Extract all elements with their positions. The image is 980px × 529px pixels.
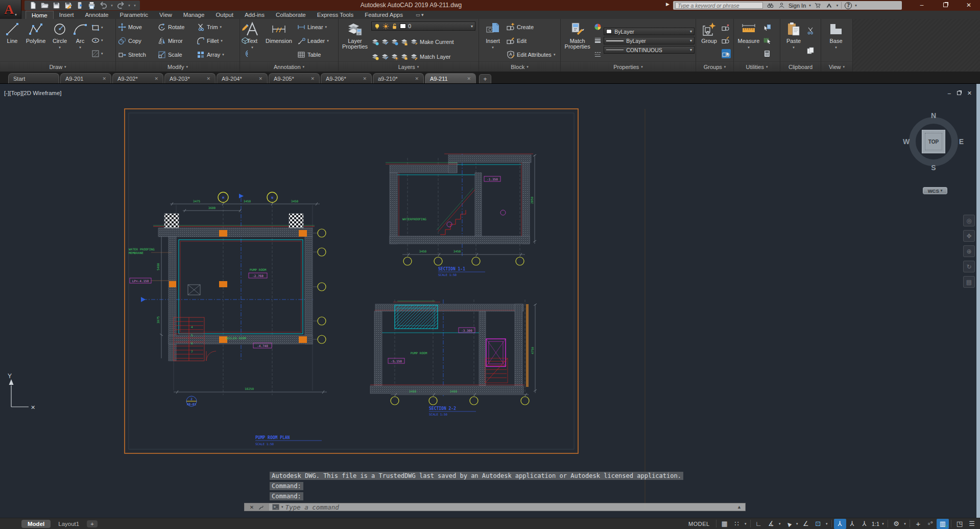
group-selection-toggle[interactable] (722, 49, 731, 58)
group-edit-button[interactable] (722, 36, 731, 44)
redo-dropdown[interactable]: ▾ (127, 4, 132, 8)
workspace-switching-gear[interactable]: ⚙ (890, 519, 902, 529)
grid-toggle[interactable]: ▦ (719, 519, 731, 529)
rectangle-button[interactable]: ▾ (91, 24, 103, 32)
clean-screen-button[interactable]: ◳ (953, 519, 966, 529)
rotate-button[interactable]: Rotate (158, 20, 197, 34)
quick-select-button[interactable] (763, 24, 771, 32)
tab-featured-apps[interactable]: Featured Apps (359, 11, 409, 19)
make-current-button[interactable]: Make Current (420, 39, 454, 45)
autodesk-account-icon[interactable] (825, 2, 833, 10)
tab-output[interactable]: Output (210, 11, 239, 19)
ungroup-button[interactable] (722, 24, 731, 32)
copy-button[interactable]: Copy (118, 34, 158, 48)
viewcube-north[interactable]: N (931, 111, 936, 120)
viewcube-east[interactable]: E (959, 137, 964, 146)
save-as-button[interactable] (62, 1, 74, 10)
color-wheel-icon[interactable] (594, 23, 602, 31)
panel-label-draw[interactable]: Draw▾ (0, 61, 115, 72)
close-icon[interactable]: ✕ (310, 76, 315, 81)
layer-properties-button[interactable]: LayerProperties (341, 20, 369, 61)
transfer-button[interactable] (74, 1, 85, 10)
new-layout-button[interactable]: + (87, 520, 97, 527)
new-file-button[interactable] (27, 1, 38, 10)
app-store-icon[interactable] (814, 2, 822, 10)
snap-toggle[interactable]: ∷ (731, 519, 743, 529)
viewport-controls[interactable]: [-][Top][2D Wireframe] (4, 90, 61, 96)
close-icon[interactable]: ✕ (154, 76, 158, 81)
restore-button[interactable] (940, 0, 950, 11)
linear-button[interactable]: Linear▾ (297, 20, 329, 34)
lineweight-icon[interactable] (594, 37, 602, 44)
linetype-combo[interactable]: CONTINUOUS▾ (604, 46, 695, 54)
line-button[interactable]: Line (2, 20, 22, 61)
panel-label-utilities[interactable]: Utilities▾ (734, 61, 780, 72)
annotation-scale-value[interactable]: 1:1 (871, 521, 880, 527)
file-tab[interactable]: A9-202*✕ (112, 73, 163, 83)
layer-edit-tool-icon[interactable] (381, 38, 389, 45)
ribbon-display-toggle[interactable]: ▭ ▾ (413, 11, 427, 19)
fillet-button[interactable]: Fillet▾ (197, 34, 240, 48)
group-button[interactable]: Group (698, 20, 720, 61)
mirror-button[interactable]: Mirror (158, 34, 197, 48)
ellipse-button[interactable]: ▾ (91, 36, 103, 44)
viewport-close-button[interactable]: ✕ (967, 90, 972, 97)
close-icon[interactable]: ✕ (258, 76, 262, 81)
orbit-icon[interactable]: ↻ (963, 261, 975, 272)
viewcube-top-face[interactable]: TOP (922, 130, 945, 153)
application-menu-button[interactable]: A▾ (0, 0, 21, 19)
model-tab[interactable]: Model (21, 520, 51, 528)
close-icon[interactable]: ✕ (467, 76, 471, 81)
base-button[interactable]: Base▾ (823, 20, 849, 61)
match-properties-button[interactable]: MatchProperties (563, 20, 592, 61)
layer-lock-tool-icon[interactable] (400, 38, 408, 45)
tab-add-ins[interactable]: Add-ins (239, 11, 270, 19)
stretch-button[interactable]: Stretch (118, 48, 158, 61)
close-icon[interactable]: ✕ (102, 76, 106, 81)
autodesk-dropdown[interactable]: ▾ (836, 4, 839, 8)
circle-button[interactable]: Circle▾ (49, 20, 70, 61)
file-tab[interactable]: A9-205*✕ (269, 73, 320, 83)
paste-button[interactable]: Paste▾ (782, 20, 805, 61)
showmotion-icon[interactable]: ▤ (963, 276, 975, 288)
table-button[interactable]: Table (297, 48, 329, 61)
sign-in-button[interactable]: Sign In (788, 3, 806, 9)
layer-freeze-tool-icon[interactable] (371, 38, 379, 45)
search-icon[interactable] (766, 2, 774, 10)
ortho-toggle[interactable]: ∟ (753, 519, 765, 529)
file-tab[interactable]: A9-204*✕ (217, 73, 268, 83)
linetype-icon[interactable] (594, 51, 602, 58)
object-snap-toggle[interactable]: ⊡ (812, 519, 824, 529)
panel-label-clipboard[interactable]: Clipboard (780, 61, 821, 72)
customization-menu-button[interactable]: ☰ (966, 519, 978, 529)
panel-label-groups[interactable]: Groups▾ (696, 61, 733, 72)
file-tab-start[interactable]: Start (8, 73, 59, 83)
arc-button[interactable]: Arc▾ (70, 20, 90, 61)
viewport-minimize-button[interactable]: – (948, 90, 951, 97)
panel-label-layers[interactable]: Layers▾ (339, 61, 479, 72)
tab-view[interactable]: View (154, 11, 178, 19)
redo-button[interactable] (115, 1, 126, 10)
pan-icon[interactable]: ✥ (963, 230, 975, 242)
close-icon[interactable]: ✕ (250, 504, 254, 510)
make-current-icon[interactable] (410, 38, 418, 45)
object-color-combo[interactable]: ByLayer▾ (604, 28, 695, 35)
close-icon[interactable]: ✕ (363, 76, 367, 81)
leader-button[interactable]: Leader▾ (297, 34, 329, 48)
close-icon[interactable]: ✕ (206, 76, 210, 81)
close-button[interactable]: ✕ (964, 0, 974, 11)
search-input[interactable] (675, 2, 763, 9)
model-space-button[interactable]: MODEL (684, 521, 714, 527)
help-button[interactable]: ? (845, 2, 852, 9)
file-tab[interactable]: A9-203*✕ (164, 73, 216, 83)
quick-calc-button[interactable] (763, 50, 771, 58)
panel-label-view[interactable]: View▾ (821, 61, 852, 72)
new-drawing-button[interactable]: + (479, 74, 491, 83)
open-file-button[interactable] (39, 1, 50, 10)
viewcube[interactable]: N S W E TOP (905, 113, 962, 170)
close-icon[interactable]: ✕ (415, 76, 419, 81)
help-dropdown[interactable]: ▾ (855, 4, 857, 8)
osnap-dropdown[interactable]: ▾ (824, 522, 829, 526)
snap-dropdown[interactable]: ▾ (743, 522, 748, 526)
viewcube-west[interactable]: W (903, 137, 910, 146)
